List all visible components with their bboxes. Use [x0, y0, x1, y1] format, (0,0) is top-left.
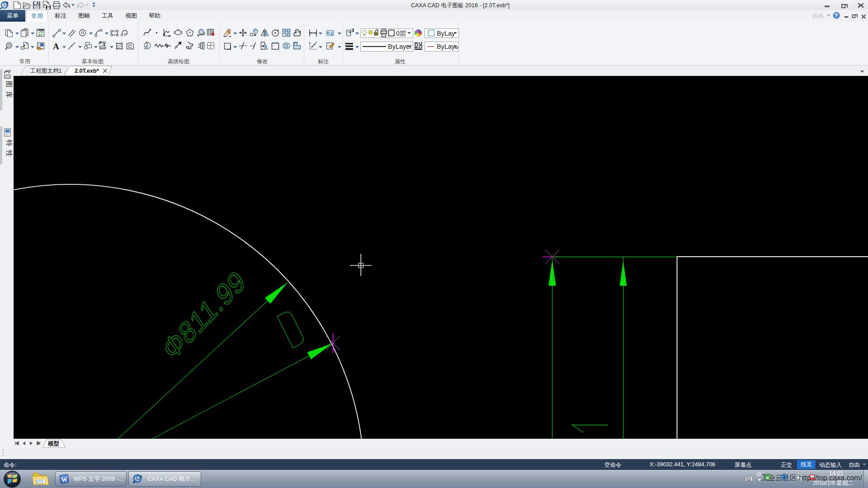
svg-text:2.0T.exb*: 2.0T.exb* [75, 68, 99, 74]
svg-text:图库: 图库 [5, 81, 13, 102]
svg-text:0层: 0层 [396, 30, 406, 37]
svg-text:W: W [61, 476, 68, 483]
svg-text:X: X [315, 41, 317, 44]
svg-text:Y: Y [309, 42, 311, 45]
svg-text:特性: 特性 [5, 139, 13, 160]
svg-text:工程图文档1: 工程图文档1 [30, 68, 62, 74]
svg-text:A: A [53, 42, 59, 51]
svg-text:Φ811.99: Φ811.99 [158, 263, 250, 366]
svg-text:.1: .1 [330, 31, 333, 36]
svg-text:ByLay: ByLay [437, 30, 455, 37]
svg-text:模型: 模型 [47, 441, 60, 447]
